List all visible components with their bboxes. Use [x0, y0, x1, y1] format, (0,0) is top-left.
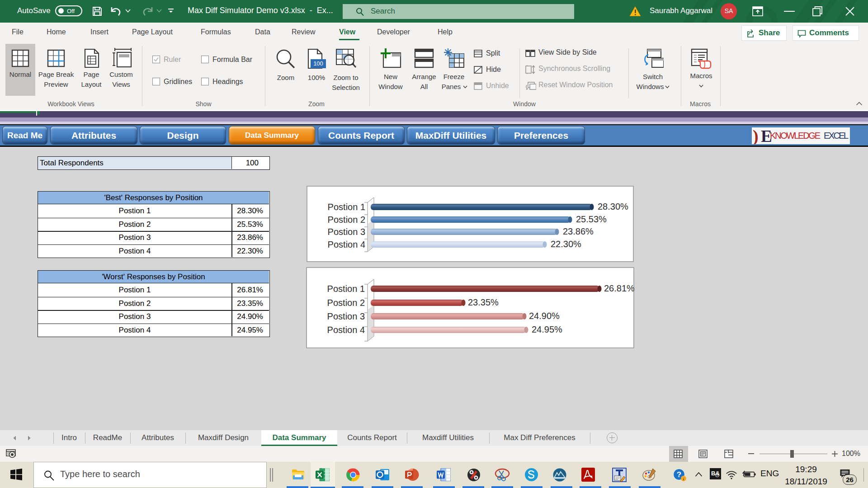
svg-text:Postion 1: Postion 1 [328, 202, 365, 212]
svg-text:Postion 4: Postion 4 [328, 239, 365, 249]
svg-text:26.81%: 26.81% [604, 283, 634, 293]
svg-text:KNOWLEDGE: KNOWLEDGE [770, 131, 821, 141]
svg-text:24.95%: 24.95% [532, 324, 562, 334]
svg-text:Postion 2: Postion 2 [328, 215, 365, 225]
svg-text:?: ? [677, 470, 681, 479]
svg-text:): ) [753, 127, 759, 144]
svg-text:24.90%: 24.90% [529, 311, 560, 321]
svg-text:22.30%: 22.30% [551, 239, 581, 249]
svg-text:28.30%: 28.30% [598, 202, 628, 211]
svg-text:Postion 4: Postion 4 [327, 325, 365, 335]
svg-text:Postion 1: Postion 1 [327, 284, 365, 294]
svg-text:Postion 2: Postion 2 [327, 298, 365, 308]
svg-text:EXCEL: EXCEL [824, 131, 849, 141]
svg-text:Postion 3: Postion 3 [328, 227, 365, 237]
svg-text:25.53%: 25.53% [576, 214, 607, 224]
svg-text:Postion 3: Postion 3 [327, 311, 365, 321]
svg-text:23.35%: 23.35% [468, 297, 499, 307]
svg-text:23.86%: 23.86% [563, 226, 594, 236]
